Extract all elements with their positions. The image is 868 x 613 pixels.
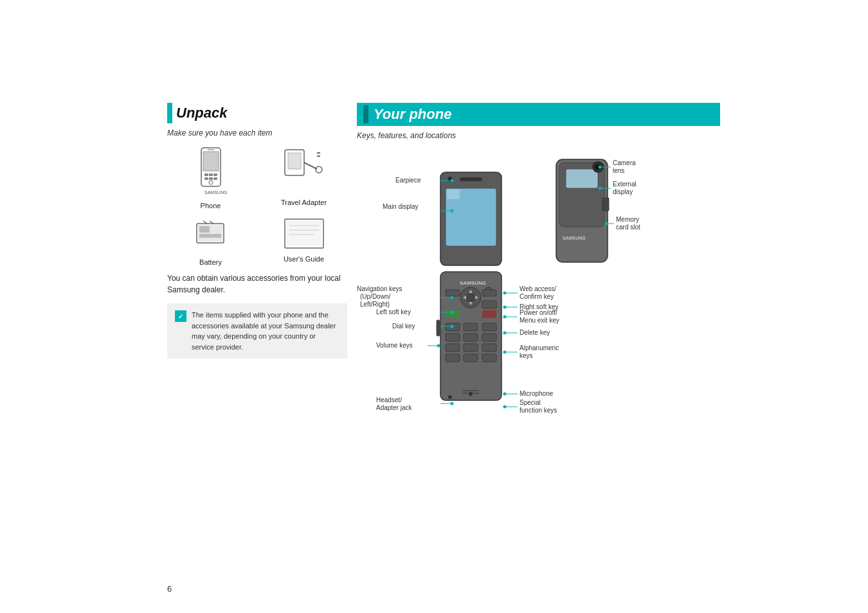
page-container: Unpack Make sure you have each item bbox=[0, 0, 868, 613]
svg-rect-52 bbox=[464, 333, 478, 341]
svg-text:keys: keys bbox=[520, 352, 533, 359]
svg-rect-7 bbox=[204, 177, 208, 180]
svg-rect-54 bbox=[446, 344, 460, 351]
power-key-label: Power on/off/ bbox=[520, 309, 557, 316]
svg-rect-58 bbox=[464, 354, 478, 362]
svg-point-108 bbox=[503, 332, 507, 335]
alphanumeric-label: Alphanumeric bbox=[520, 344, 559, 351]
svg-point-62 bbox=[448, 395, 452, 399]
svg-rect-30 bbox=[447, 190, 460, 199]
dial-key-label: Dial key bbox=[392, 323, 415, 330]
svg-point-91 bbox=[451, 311, 454, 314]
note-text: The items supplied with your phone and t… bbox=[192, 310, 339, 352]
phone-body: SAMSUNG bbox=[437, 172, 502, 400]
note-icon: ✓ bbox=[175, 310, 186, 322]
web-access-label: Web access/ bbox=[520, 285, 556, 292]
svg-rect-9 bbox=[213, 177, 217, 180]
item-battery: Battery bbox=[167, 216, 254, 266]
your-phone-subtitle: Keys, features, and locations bbox=[357, 131, 720, 140]
svg-text:(Up/Down/: (Up/Down/ bbox=[360, 293, 390, 300]
svg-rect-5 bbox=[209, 173, 213, 176]
svg-rect-4 bbox=[204, 173, 208, 176]
item-guide: User's Guide bbox=[260, 216, 347, 266]
svg-point-103 bbox=[503, 306, 507, 309]
svg-point-93 bbox=[451, 325, 454, 328]
earpiece-label: Earpiece bbox=[395, 177, 421, 184]
your-phone-title: Your phone bbox=[374, 106, 451, 123]
svg-rect-19 bbox=[199, 226, 210, 233]
unpack-subtitle: Make sure you have each item bbox=[167, 129, 347, 138]
svg-text:function keys: function keys bbox=[520, 407, 557, 414]
svg-point-105 bbox=[503, 315, 507, 319]
item-adapter: Travel Adapter bbox=[260, 147, 347, 209]
your-phone-section: Your phone Keys, features, and locations bbox=[357, 103, 720, 500]
svg-text:card slot: card slot bbox=[616, 224, 640, 231]
special-function-label: Special bbox=[520, 399, 541, 406]
delete-key-label: Delete key bbox=[520, 329, 550, 336]
phone-illustration: SAMSUNG bbox=[190, 147, 231, 198]
adapter-illustration bbox=[282, 147, 327, 195]
memory-card-label: Memory bbox=[616, 216, 639, 223]
svg-point-100 bbox=[503, 292, 507, 295]
battery-illustration bbox=[192, 216, 230, 254]
svg-rect-46 bbox=[482, 310, 496, 318]
svg-point-80 bbox=[605, 222, 608, 226]
external-display-label: External bbox=[613, 181, 637, 188]
svg-point-77 bbox=[599, 187, 602, 190]
unpack-description: You can obtain various accessories from … bbox=[167, 272, 347, 296]
svg-text:Adapter jack: Adapter jack bbox=[376, 404, 413, 411]
svg-point-95 bbox=[437, 344, 440, 348]
camera-lens-label: Camera bbox=[613, 159, 636, 166]
svg-text:lens: lens bbox=[613, 167, 624, 174]
guide-illustration bbox=[282, 216, 327, 251]
svg-point-85 bbox=[451, 209, 454, 213]
svg-rect-6 bbox=[213, 173, 217, 176]
your-phone-header: Your phone bbox=[357, 103, 720, 126]
svg-rect-50 bbox=[482, 323, 496, 331]
svg-point-37 bbox=[466, 292, 476, 303]
headset-label: Headset/ bbox=[376, 396, 402, 404]
your-phone-header-bar bbox=[363, 105, 368, 123]
svg-text:display: display bbox=[613, 188, 633, 195]
phone-label: Phone bbox=[201, 202, 221, 209]
phone-back: SAMSUNG bbox=[556, 159, 609, 262]
svg-point-113 bbox=[503, 393, 507, 396]
svg-rect-20 bbox=[199, 234, 221, 238]
svg-point-110 bbox=[503, 351, 507, 354]
volume-keys-label: Volume keys bbox=[376, 342, 413, 349]
svg-text:Left/Right): Left/Right) bbox=[360, 301, 390, 308]
svg-rect-57 bbox=[446, 354, 460, 362]
main-display-label: Main display bbox=[383, 203, 419, 210]
svg-rect-24 bbox=[287, 221, 321, 246]
svg-point-74 bbox=[599, 166, 602, 169]
svg-text:Confirm key: Confirm key bbox=[520, 293, 554, 300]
svg-rect-49 bbox=[464, 323, 478, 331]
svg-text:Menu exit key: Menu exit key bbox=[520, 317, 559, 324]
svg-text:SAMSUNG: SAMSUNG bbox=[204, 190, 227, 195]
unpack-section: Unpack Make sure you have each item bbox=[167, 103, 347, 359]
svg-text:SAMSUNG: SAMSUNG bbox=[563, 236, 586, 240]
nav-keys-label: Navigation keys bbox=[357, 285, 402, 292]
microphone-label: Microphone bbox=[520, 390, 554, 397]
content-area: Unpack Make sure you have each item bbox=[167, 103, 720, 553]
svg-point-97 bbox=[451, 402, 454, 405]
svg-rect-59 bbox=[482, 354, 496, 362]
svg-line-13 bbox=[304, 163, 317, 169]
svg-rect-31 bbox=[460, 177, 482, 181]
svg-point-61 bbox=[469, 392, 473, 396]
svg-rect-55 bbox=[464, 344, 478, 351]
svg-point-83 bbox=[451, 179, 454, 182]
svg-rect-67 bbox=[566, 169, 598, 188]
svg-rect-12 bbox=[288, 153, 301, 169]
unpack-header: Unpack bbox=[167, 103, 347, 123]
svg-rect-51 bbox=[446, 333, 460, 341]
svg-rect-8 bbox=[209, 177, 213, 180]
svg-rect-43 bbox=[446, 290, 460, 296]
page-number: 6 bbox=[167, 584, 172, 594]
unpack-header-bar bbox=[167, 103, 172, 123]
svg-rect-47 bbox=[482, 301, 496, 308]
svg-rect-71 bbox=[602, 198, 609, 211]
svg-point-2 bbox=[209, 181, 213, 184]
unpack-title: Unpack bbox=[176, 105, 227, 121]
svg-rect-56 bbox=[482, 344, 496, 351]
